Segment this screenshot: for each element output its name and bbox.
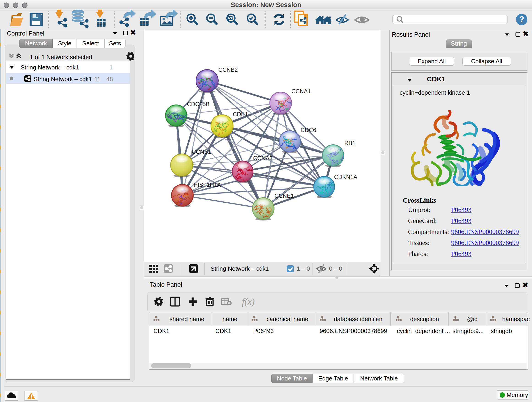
svg-text:CCNB1: CCNB1 bbox=[192, 148, 211, 155]
svg-text:CDC25B: CDC25B bbox=[187, 101, 210, 107]
svg-text:CCNA2: CCNA2 bbox=[253, 155, 273, 161]
svg-text:CDKN1A: CDKN1A bbox=[334, 174, 357, 180]
svg-text:HIST1H1A: HIST1H1A bbox=[194, 182, 221, 188]
svg-text:CDC6: CDC6 bbox=[301, 127, 316, 133]
svg-text:CCNA1: CCNA1 bbox=[291, 88, 311, 95]
svg-text:f(x): f(x) bbox=[242, 296, 255, 307]
svg-text:CDK1: CDK1 bbox=[233, 111, 248, 117]
svg-text:RB1: RB1 bbox=[344, 140, 355, 146]
svg-text:?: ? bbox=[519, 15, 524, 24]
svg-text:CCNE1: CCNE1 bbox=[274, 192, 294, 199]
svg-text:CCNB2: CCNB2 bbox=[218, 66, 238, 73]
